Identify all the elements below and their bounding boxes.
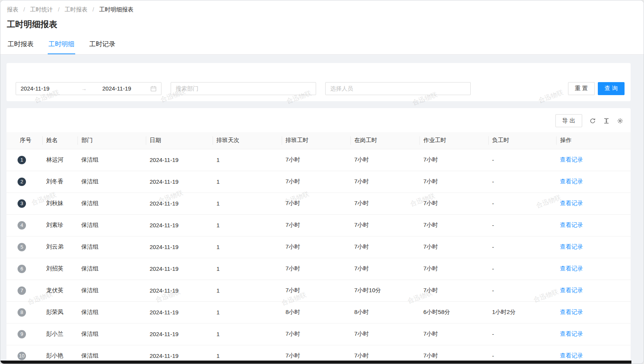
- breadcrumb-item-reports[interactable]: 报表: [7, 6, 18, 13]
- filter-buttons: 重 置 查 询: [568, 82, 625, 95]
- cell-date: 2024-11-19: [146, 171, 213, 193]
- row-index-badge: 3: [18, 199, 26, 208]
- cell-scheduled-hours: 7小时: [282, 236, 350, 258]
- column-header-work-hours: 作业工时: [420, 132, 488, 149]
- view-records-link[interactable]: 查看记录: [560, 243, 583, 250]
- cell-date: 2024-11-19: [146, 236, 213, 258]
- reload-icon[interactable]: [589, 118, 596, 124]
- department-search-input[interactable]: [171, 82, 316, 95]
- row-index-badge: 9: [18, 330, 26, 338]
- cell-name: 刘冬香: [42, 171, 77, 193]
- date-range-arrow-icon: →: [66, 86, 102, 92]
- cell-scheduled-hours: 7小时: [282, 193, 350, 214]
- cell-shift-days: 1: [213, 171, 282, 193]
- cell-work-hours: 6小时58分: [420, 301, 488, 323]
- cell-negative-hours: 1小时2分: [488, 301, 556, 323]
- cell-shift-days: 1: [213, 236, 282, 258]
- cell-date: 2024-11-19: [146, 214, 213, 236]
- cell-shift-days: 1: [213, 258, 282, 280]
- cell-onduty-hours: 7小时: [350, 323, 420, 345]
- cell-name: 林运河: [42, 149, 77, 171]
- cell-name: 刘秋妹: [42, 193, 77, 214]
- cell-work-hours: 7小时: [420, 258, 488, 280]
- cell-date: 2024-11-19: [146, 280, 213, 301]
- calendar-icon: [150, 86, 157, 92]
- view-records-link[interactable]: 查看记录: [560, 330, 583, 337]
- tab-worktime-records[interactable]: 工时记录: [89, 36, 116, 54]
- cell-onduty-hours: 7小时: [350, 258, 420, 280]
- cell-onduty-hours: 7小时: [350, 171, 420, 193]
- query-button[interactable]: 查 询: [598, 82, 625, 95]
- cell-onduty-hours: 7小时: [350, 236, 420, 258]
- view-records-link[interactable]: 查看记录: [560, 222, 583, 228]
- cell-date: 2024-11-19: [146, 193, 213, 214]
- table-header-row: 序号 姓名 部门 日期 排班天次 排班工时 在岗工时 作业工时 负工时 操作: [6, 132, 631, 149]
- table-card: 导 出 序号 姓名 部门 日期: [6, 108, 631, 364]
- cell-onduty-hours: 7小时: [350, 149, 420, 171]
- cell-date: 2024-11-19: [146, 301, 213, 323]
- table-row: 3 刘秋妹 保洁组 2024-11-19 1 7小时 7小时 7小时 - 查看记…: [6, 193, 631, 214]
- table-toolbar: 导 出: [6, 114, 631, 127]
- cell-department: 保洁组: [77, 323, 146, 345]
- date-start-input[interactable]: [21, 85, 66, 92]
- breadcrumb-separator: /: [92, 6, 94, 13]
- settings-icon[interactable]: [617, 118, 623, 124]
- cell-department: 保洁组: [77, 214, 146, 236]
- column-header-department: 部门: [77, 132, 146, 149]
- row-index-badge: 6: [18, 265, 26, 273]
- view-records-link[interactable]: 查看记录: [560, 287, 583, 293]
- filter-card: → 重 置 查 询: [6, 63, 631, 101]
- table-row: 7 龙伏英 保洁组 2024-11-19 1 7小时 7小时10分 7小时 - …: [6, 280, 631, 301]
- reset-button[interactable]: 重 置: [568, 82, 595, 95]
- cell-negative-hours: -: [488, 323, 556, 345]
- bottom-scroll-bar[interactable]: [0, 361, 631, 364]
- column-header-actions: 操作: [556, 132, 631, 149]
- date-end-input[interactable]: [102, 85, 147, 92]
- cell-name: 刘云弟: [42, 236, 77, 258]
- cell-name: 刘招英: [42, 258, 77, 280]
- row-index-badge: 1: [18, 156, 26, 164]
- breadcrumb-item-current: 工时明细报表: [99, 6, 134, 13]
- view-records-link[interactable]: 查看记录: [560, 200, 583, 206]
- cell-name: 龙伏英: [42, 280, 77, 301]
- view-records-link[interactable]: 查看记录: [560, 178, 583, 184]
- view-records-link[interactable]: 查看记录: [560, 265, 583, 272]
- breadcrumb-item-worktime-stats[interactable]: 工时统计: [30, 6, 53, 13]
- cell-negative-hours: -: [488, 236, 556, 258]
- cell-negative-hours: -: [488, 149, 556, 171]
- breadcrumb-item-worktime-report[interactable]: 工时报表: [65, 6, 87, 13]
- table-row: 8 彭荣凤 保洁组 2024-11-19 1 8小时 8小时 6小时58分 1小…: [6, 301, 631, 323]
- cell-work-hours: 7小时: [420, 171, 488, 193]
- table-row: 9 彭小兰 保洁组 2024-11-19 1 7小时 7小时 7小时 - 查看记…: [6, 323, 631, 345]
- row-index-badge: 5: [18, 243, 26, 251]
- table-row: 5 刘云弟 保洁组 2024-11-19 1 7小时 7小时 7小时 - 查看记…: [6, 236, 631, 258]
- page-title: 工时明细报表: [7, 19, 57, 30]
- view-records-link[interactable]: 查看记录: [560, 309, 583, 315]
- cell-onduty-hours: 8小时: [350, 301, 420, 323]
- table-row: 4 刘素珍 保洁组 2024-11-19 1 7小时 7小时 7小时 - 查看记…: [6, 214, 631, 236]
- view-records-link[interactable]: 查看记录: [560, 352, 583, 359]
- cell-scheduled-hours: 7小时: [282, 280, 350, 301]
- export-button[interactable]: 导 出: [555, 114, 582, 127]
- cell-department: 保洁组: [77, 149, 146, 171]
- breadcrumb-separator: /: [23, 6, 25, 13]
- cell-scheduled-hours: 7小时: [282, 149, 350, 171]
- column-header-date: 日期: [146, 132, 213, 149]
- cell-department: 保洁组: [77, 258, 146, 280]
- view-records-link[interactable]: 查看记录: [560, 156, 583, 163]
- row-index-badge: 2: [18, 178, 26, 186]
- cell-onduty-hours: 7小时: [350, 193, 420, 214]
- cell-shift-days: 1: [213, 301, 282, 323]
- cell-onduty-hours: 7小时10分: [350, 280, 420, 301]
- column-header-onduty-hours: 在岗工时: [350, 132, 420, 149]
- breadcrumb: 报表 / 工时统计 / 工时报表 / 工时明细报表: [7, 6, 134, 13]
- cell-shift-days: 1: [213, 323, 282, 345]
- tab-worktime-detail[interactable]: 工时明细: [48, 36, 75, 54]
- tab-worktime-report[interactable]: 工时报表: [7, 36, 34, 54]
- date-range-picker[interactable]: →: [16, 82, 161, 95]
- page-header: 报表 / 工时统计 / 工时报表 / 工时明细报表 工时明细报表 工时报表 工时…: [0, 0, 644, 55]
- column-height-icon[interactable]: [603, 118, 610, 124]
- cell-work-hours: 7小时: [420, 214, 488, 236]
- person-select-input[interactable]: [325, 82, 471, 95]
- table-row: 1 林运河 保洁组 2024-11-19 1 7小时 7小时 7小时 - 查看记…: [6, 149, 631, 171]
